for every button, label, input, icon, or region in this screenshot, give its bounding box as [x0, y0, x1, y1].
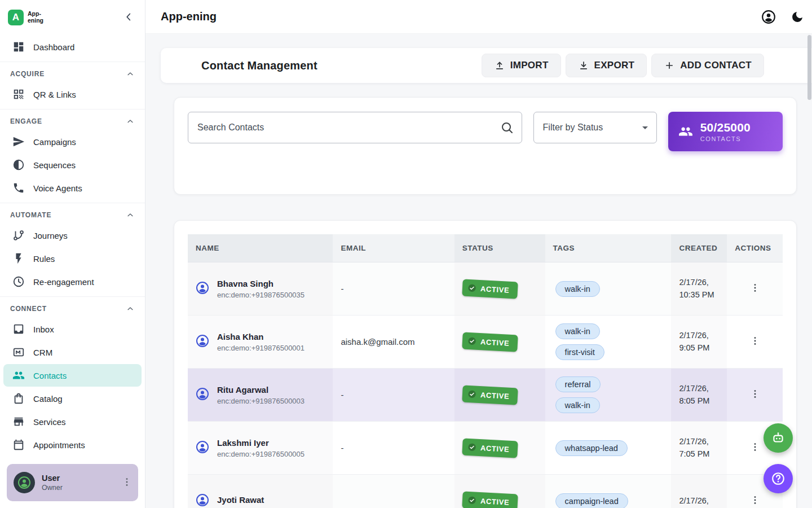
add-contact-button[interactable]: ADD CONTACT [651, 54, 764, 77]
tag-chip[interactable]: first-visit [555, 344, 604, 360]
sidebar-item-label: Sequences [33, 160, 76, 170]
plus-icon [664, 60, 675, 71]
sidebar-section-acquire[interactable]: ACQUIRE [0, 62, 145, 82]
sidebar-item-qr-links[interactable]: QR & Links [3, 83, 142, 106]
people-icon [678, 124, 693, 139]
status-filter-select[interactable]: Filter by Status [533, 112, 657, 143]
sidebar-item-label: Inbox [33, 325, 54, 334]
sidebar-section-connect[interactable]: CONNECT [0, 296, 145, 317]
sidebar-item-services[interactable]: Services [3, 410, 142, 433]
user-card[interactable]: User Owner [7, 464, 138, 501]
sidebar-item-catalog[interactable]: Catalog [3, 387, 142, 410]
section-title: AUTOMATE [10, 211, 51, 219]
contacts-table-card: NAMEEMAILSTATUSTAGSCREATEDACTIONS Bhavna… [174, 220, 797, 508]
help-fab-button[interactable] [764, 464, 793, 493]
qr-icon [12, 88, 25, 100]
column-header-tags[interactable]: TAGS [545, 234, 672, 262]
account-icon[interactable] [761, 10, 776, 24]
sidebar-item-re-engagement[interactable]: Re-engagement [3, 270, 142, 293]
dark-mode-moon-icon[interactable] [791, 10, 804, 24]
status-check-icon [467, 336, 476, 345]
column-header-actions[interactable]: ACTIONS [727, 234, 783, 262]
sidebar-item-voice-agents[interactable]: Voice Agents [3, 177, 142, 199]
column-header-created[interactable]: CREATED [671, 234, 727, 262]
sidebar-section-automate[interactable]: AUTOMATE [0, 203, 145, 224]
contact-created: 2/17/26,9:05 PM [679, 330, 719, 353]
contact-row[interactable]: Bhavna Singh enc:demo:+919876500035 - AC… [188, 262, 783, 316]
contact-created: 2/17/26,8:05 PM [679, 383, 719, 406]
search-input[interactable] [197, 122, 500, 133]
tag-chip[interactable]: walk-in [555, 323, 600, 339]
status-filter-label: Filter by Status [543, 122, 603, 133]
sidebar-item-appointments[interactable]: Appointments [3, 433, 142, 456]
status-badge: ACTIVE [462, 279, 518, 299]
row-actions-button[interactable] [749, 388, 761, 401]
sidebar-item-label: Dashboard [33, 42, 74, 52]
contacts-count-label: CONTACTS [700, 135, 751, 142]
sidebar-item-rules[interactable]: Rules [3, 247, 142, 270]
sidebar: A App-ening DashboardACQUIREQR & LinksEN… [0, 0, 145, 508]
row-actions-button[interactable] [749, 282, 761, 295]
app-root: A App-ening DashboardACQUIREQR & LinksEN… [0, 0, 812, 508]
sidebar-section-engage[interactable]: ENGAGE [0, 109, 145, 130]
sidebar-item-sequences[interactable]: Sequences [3, 154, 142, 176]
sidebar-item-campaigns[interactable]: Campaigns [3, 130, 142, 153]
sidebar-item-crm[interactable]: CRM [3, 341, 142, 364]
sidebar-item-inbox[interactable]: Inbox [3, 318, 142, 340]
contact-row[interactable]: Aisha Khan enc:demo:+919876500001 aisha.… [188, 316, 783, 369]
contact-email [333, 475, 454, 508]
search-contacts-field[interactable] [188, 112, 522, 143]
column-header-email[interactable]: EMAIL [333, 234, 454, 262]
contact-name: Lakshmi Iyer [217, 438, 304, 448]
contact-phone: enc:demo:+919876500001 [217, 344, 304, 352]
sidebar-item-dashboard[interactable]: Dashboard [3, 36, 142, 58]
tag-chip[interactable]: walk-in [555, 281, 600, 297]
import-button[interactable]: IMPORT [482, 54, 561, 77]
contact-avatar-icon [196, 493, 209, 507]
user-menu-button[interactable] [121, 476, 133, 489]
tag-chip[interactable]: referral [555, 376, 601, 392]
column-header-status[interactable]: STATUS [454, 234, 545, 262]
chevron-up-icon [126, 304, 135, 313]
scrollbar-thumb[interactable] [807, 35, 811, 100]
user-avatar [14, 472, 35, 493]
sidebar-item-label: Contacts [33, 371, 67, 380]
row-actions-button[interactable] [749, 441, 761, 454]
contact-email: - [333, 369, 454, 422]
tag-chip[interactable]: walk-in [555, 397, 600, 413]
row-actions-button[interactable] [749, 494, 761, 507]
sidebar-item-contacts[interactable]: Contacts [3, 364, 142, 387]
export-button[interactable]: EXPORT [566, 54, 647, 77]
contact-row[interactable]: Ritu Agarwal enc:demo:+919876500003 - AC… [188, 369, 783, 422]
clock-icon [12, 275, 25, 288]
app-logo[interactable]: A App-ening [8, 10, 47, 25]
tag-chip[interactable]: campaign-lead [555, 493, 628, 508]
status-check-icon [467, 495, 476, 505]
contact-row[interactable]: Lakshmi Iyer enc:demo:+919876500005 - AC… [188, 422, 783, 475]
calendar-icon [12, 439, 25, 451]
sidebar-item-journeys[interactable]: Journeys [3, 224, 142, 247]
help-icon [771, 471, 785, 486]
download-icon [578, 60, 589, 71]
kebab-menu-icon [749, 282, 761, 294]
kebab-menu-icon [749, 494, 761, 506]
person-icon [17, 476, 31, 489]
assistant-fab-button[interactable] [764, 423, 793, 453]
chevron-up-icon [126, 211, 135, 220]
sidebar-collapse-button[interactable] [121, 10, 136, 25]
topbar: App-ening [145, 0, 812, 34]
contacts-count-badge: 50/25000 CONTACTS [668, 112, 783, 151]
crm-icon [12, 346, 25, 358]
contact-row[interactable]: Jyoti Rawat ACTIVE campaign-lead 2/17/26… [188, 475, 783, 508]
tag-chip[interactable]: whatsapp-lead [555, 440, 628, 456]
column-header-name[interactable]: NAME [188, 234, 333, 262]
row-actions-button[interactable] [749, 335, 761, 348]
contacts-table: NAMEEMAILSTATUSTAGSCREATEDACTIONS Bhavna… [188, 234, 783, 508]
store-icon [12, 415, 25, 428]
search-icon[interactable] [500, 121, 514, 134]
kebab-menu-icon [121, 476, 133, 488]
status-badge: ACTIVE [462, 491, 518, 508]
contact-avatar-icon [196, 281, 209, 295]
journey-icon [12, 229, 25, 242]
sidebar-item-label: Services [33, 417, 66, 427]
